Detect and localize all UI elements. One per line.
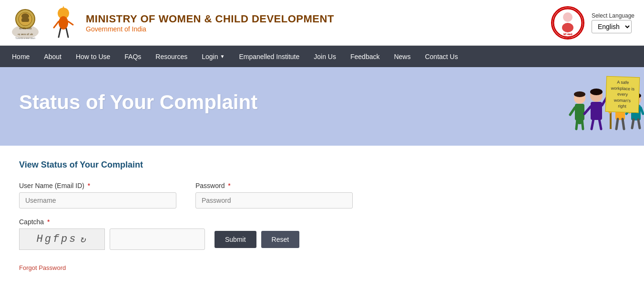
gov-name: Government of India <box>86 25 334 33</box>
nav-empanelled[interactable]: Empanelled Institute <box>232 46 307 67</box>
svg-rect-21 <box>575 104 584 120</box>
password-input[interactable] <box>195 192 353 209</box>
svg-point-16 <box>563 12 572 22</box>
nav-login[interactable]: Login ▼ <box>194 46 232 67</box>
svg-rect-28 <box>591 102 602 120</box>
svg-line-13 <box>66 29 68 37</box>
svg-point-9 <box>59 16 68 30</box>
svg-line-23 <box>570 108 575 115</box>
header-logos: सत्यमेव जयते नए समाज की ओर Towards a new… <box>10 5 334 40</box>
svg-line-31 <box>592 119 593 129</box>
svg-text:नए समाज की ओर: नए समाज की ओर <box>17 33 33 36</box>
action-buttons: Submit Reset <box>215 231 299 248</box>
nav-resources[interactable]: Resources <box>148 46 194 67</box>
svg-line-32 <box>599 119 601 129</box>
nav-news[interactable]: News <box>387 46 418 67</box>
section-title: View Status of Your Complaint <box>19 160 625 170</box>
username-required: * <box>88 182 90 189</box>
forgot-password-link[interactable]: Forgot Password <box>19 264 66 271</box>
main-content: View Status of Your Complaint User Name … <box>0 146 644 286</box>
national-emblem: सत्यमेव जयते नए समाज की ओर Towards a new… <box>10 5 41 40</box>
username-label: User Name (Email ID) * <box>19 182 176 189</box>
svg-line-25 <box>582 119 583 129</box>
captcha-label: Captcha * <box>19 218 625 226</box>
svg-line-46 <box>632 119 634 128</box>
svg-line-47 <box>638 119 640 128</box>
credentials-row: User Name (Email ID) * Password * <box>19 182 625 209</box>
svg-line-40 <box>623 119 624 129</box>
svg-line-10 <box>54 21 59 28</box>
page-header: सत्यमेव जयते नए समाज की ओर Towards a new… <box>0 0 644 46</box>
language-dropdown[interactable]: English Hindi <box>592 20 632 33</box>
svg-line-45 <box>641 108 643 114</box>
svg-line-11 <box>68 21 73 25</box>
captcha-refresh-button[interactable]: ↻ <box>80 233 87 245</box>
svg-point-17 <box>562 23 573 32</box>
nav-about[interactable]: About <box>37 46 69 67</box>
nav-faqs[interactable]: FAQs <box>117 46 148 67</box>
username-input[interactable] <box>19 192 176 209</box>
sign-box: A safe workplace is every woman's right <box>605 76 640 113</box>
submit-button[interactable]: Submit <box>215 231 256 248</box>
password-label: Password * <box>195 182 353 189</box>
beti-bachao-logo: बेटी बचाओ बेटी पढ़ाओ <box>551 6 584 40</box>
password-required: * <box>228 182 230 189</box>
svg-text:बेटी बचाओ: बेटी बचाओ <box>563 33 572 36</box>
nav-feedback[interactable]: Feedback <box>343 46 387 67</box>
password-group: Password * <box>195 182 353 209</box>
svg-point-33 <box>590 89 603 95</box>
navbar: Home About How to Use FAQs Resources Log… <box>0 46 644 67</box>
captcha-text: Hgfps <box>36 233 77 245</box>
hero-illustration: A safe workplace is every woman's right <box>568 72 644 146</box>
hero-banner: Status of Your Complaint A safe workplac… <box>0 67 644 146</box>
nav-how-to-use[interactable]: How to Use <box>69 46 117 67</box>
nav-contact-us[interactable]: Contact Us <box>418 46 465 67</box>
captcha-required: * <box>47 218 50 226</box>
nav-home[interactable]: Home <box>5 46 37 67</box>
header-title-group: MINISTRY OF WOMEN & CHILD DEVELOPMENT Go… <box>86 13 334 33</box>
ministry-mascot <box>48 5 79 40</box>
username-group: User Name (Email ID) * <box>19 182 176 209</box>
hero-title: Status of Your Complaint <box>19 91 625 114</box>
reset-button[interactable]: Reset <box>261 231 300 248</box>
svg-line-30 <box>584 107 591 114</box>
svg-line-24 <box>576 119 577 129</box>
svg-text:बेटी पढ़ाओ: बेटी पढ़ाओ <box>563 36 571 38</box>
captcha-controls: Hgfps ↻ Submit Reset <box>19 228 625 250</box>
captcha-row: Captcha * Hgfps ↻ Submit Reset <box>19 218 625 250</box>
svg-point-26 <box>574 91 585 97</box>
svg-text:Towards a new dawn: Towards a new dawn <box>15 37 35 40</box>
nav-join-us[interactable]: Join Us <box>307 46 343 67</box>
svg-line-39 <box>616 119 618 129</box>
captcha-image: Hgfps ↻ <box>19 228 105 250</box>
svg-text:सत्यमेव जयते: सत्यमेव जयते <box>18 27 32 30</box>
svg-rect-4 <box>21 18 29 22</box>
nav-login-label: Login <box>202 53 218 60</box>
login-dropdown-arrow: ▼ <box>220 54 225 59</box>
language-selector[interactable]: Select Language English Hindi <box>592 12 634 33</box>
language-label: Select Language <box>592 12 634 19</box>
svg-line-12 <box>59 29 61 37</box>
captcha-input[interactable] <box>110 228 205 250</box>
header-right: बेटी बचाओ बेटी पढ़ाओ Select Language Eng… <box>551 6 634 40</box>
ministry-name: MINISTRY OF WOMEN & CHILD DEVELOPMENT <box>86 13 334 25</box>
